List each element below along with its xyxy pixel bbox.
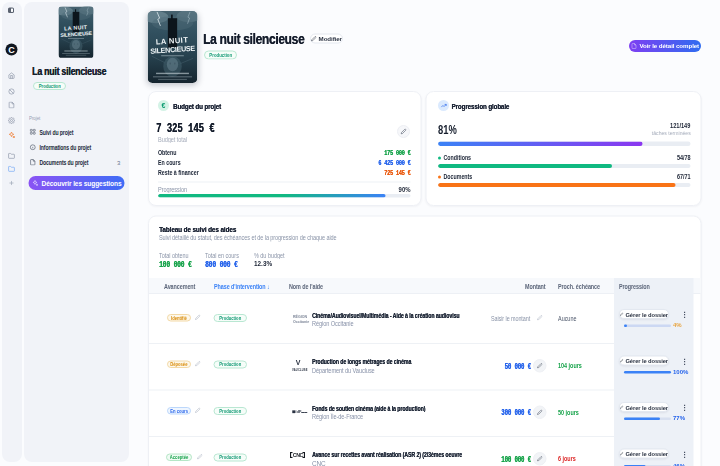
svg-text:CNC: CNC	[293, 452, 304, 458]
